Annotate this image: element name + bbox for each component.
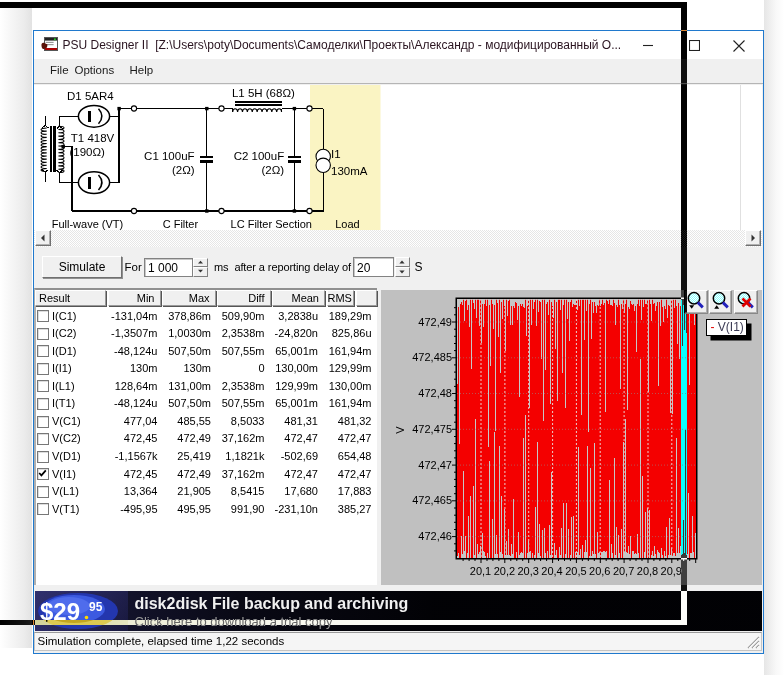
svg-text:(2Ω): (2Ω) (262, 164, 285, 176)
svg-text:130mA: 130mA (331, 165, 368, 177)
svg-text:(2Ω): (2Ω) (172, 164, 195, 176)
svg-text:D1 5AR4: D1 5AR4 (67, 90, 114, 102)
svg-text:I1: I1 (331, 148, 341, 160)
svg-text:C1 100uF: C1 100uF (144, 150, 195, 162)
svg-text:95: 95 (89, 600, 103, 614)
svg-text:LC Filter Section: LC Filter Section (231, 218, 312, 230)
svg-text:C2 100uF: C2 100uF (234, 150, 285, 162)
svg-text:Load: Load (335, 218, 359, 230)
svg-text:(190Ω): (190Ω) (70, 146, 106, 158)
svg-text:C Filter: C Filter (163, 218, 199, 230)
svg-text:Full-wave (VT): Full-wave (VT) (52, 218, 124, 230)
svg-text:L1 5H (68Ω): L1 5H (68Ω) (232, 87, 295, 99)
svg-text:T1 418V: T1 418V (71, 132, 115, 144)
